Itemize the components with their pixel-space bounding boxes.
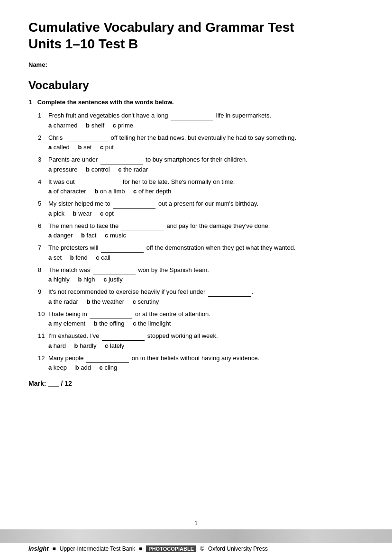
footer-brand: insight (28, 545, 49, 552)
question-4: 4 It was out for her to be late. She's n… (38, 177, 364, 195)
name-label: Name: (28, 61, 47, 68)
name-underline (50, 61, 183, 68)
question-10: 10 I hate being in or at the centre of a… (38, 309, 364, 327)
footer-text1: Upper-Intermediate Test Bank (60, 545, 135, 552)
page-footer: 1 insight ■ Upper-Intermediate Test Bank… (0, 520, 392, 554)
exercise-1: 1 Complete the sentences with the words … (28, 99, 364, 387)
question-12: 12 Many people on to their beliefs witho… (38, 353, 364, 372)
question-3: 3 Parents are under to buy smartphones f… (38, 154, 364, 173)
page: Cumulative Vocabulary and Grammar Test U… (0, 0, 392, 554)
vocabulary-section-title: Vocabulary (28, 79, 364, 92)
question-5: 5 My sister helped me to out a present f… (38, 199, 364, 217)
name-field-row: Name: (28, 61, 364, 68)
exercise-1-header: 1 Complete the sentences with the words … (28, 99, 364, 106)
footer-publisher: Oxford University Press (208, 545, 268, 552)
question-6: 6 The men need to face the and pay for t… (38, 221, 364, 239)
footer-sep1: ■ (53, 545, 56, 552)
page-title: Cumulative Vocabulary and Grammar Test U… (28, 19, 364, 52)
question-9: 9 It's not recommended to exercise heavi… (38, 287, 364, 305)
footer-sep2: ■ (139, 545, 142, 552)
page-number: 1 (0, 520, 392, 527)
footer-image-strip (0, 529, 392, 543)
photocopiable-badge: PHOTOCOPIABLE (146, 545, 196, 552)
footer-text-bar: insight ■ Upper-Intermediate Test Bank ■… (0, 543, 392, 554)
question-1: 1 Fresh fruit and vegetables don't have … (38, 110, 364, 129)
questions-list: 1 Fresh fruit and vegetables don't have … (28, 110, 364, 371)
mark-line: Mark: ___ / 12 (28, 380, 364, 387)
question-8: 8 The match was won by the Spanish team.… (38, 265, 364, 283)
question-7: 7 The protesters will off the demonstrat… (38, 243, 364, 261)
question-2: 2 Chris off telling her the bad news, bu… (38, 133, 364, 151)
question-11: 11 I'm exhausted. I've stopped working a… (38, 331, 364, 349)
footer-sep3: © (200, 545, 204, 552)
